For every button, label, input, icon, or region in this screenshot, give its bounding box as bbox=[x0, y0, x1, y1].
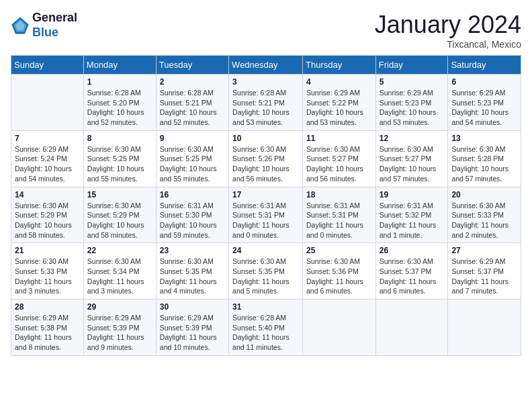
day-info: Sunrise: 6:30 AM Sunset: 5:36 PM Dayligh… bbox=[306, 257, 372, 296]
day-info: Sunrise: 6:31 AM Sunset: 5:31 PM Dayligh… bbox=[232, 201, 299, 240]
day-info: Sunrise: 6:30 AM Sunset: 5:29 PM Dayligh… bbox=[87, 201, 152, 240]
logo: General Blue bbox=[11, 11, 77, 40]
day-info: Sunrise: 6:28 AM Sunset: 5:21 PM Dayligh… bbox=[232, 88, 299, 128]
calendar-cell: 22Sunrise: 6:30 AM Sunset: 5:34 PM Dayli… bbox=[83, 243, 156, 300]
calendar-cell: 18Sunrise: 6:31 AM Sunset: 5:31 PM Dayli… bbox=[303, 187, 376, 243]
day-number: 2 bbox=[160, 77, 225, 87]
calendar-cell: 6Sunrise: 6:29 AM Sunset: 5:23 PM Daylig… bbox=[448, 75, 521, 131]
day-info: Sunrise: 6:30 AM Sunset: 5:26 PM Dayligh… bbox=[232, 144, 299, 184]
calendar-cell: 2Sunrise: 6:28 AM Sunset: 5:21 PM Daylig… bbox=[156, 75, 228, 131]
calendar-cell bbox=[448, 300, 521, 356]
calendar-cell: 25Sunrise: 6:30 AM Sunset: 5:36 PM Dayli… bbox=[303, 243, 376, 300]
calendar-cell: 23Sunrise: 6:30 AM Sunset: 5:35 PM Dayli… bbox=[156, 243, 228, 300]
weekday-header: Monday bbox=[83, 56, 156, 75]
day-info: Sunrise: 6:30 AM Sunset: 5:28 PM Dayligh… bbox=[451, 144, 517, 184]
day-info: Sunrise: 6:29 AM Sunset: 5:39 PM Dayligh… bbox=[87, 313, 152, 353]
day-number: 16 bbox=[160, 190, 225, 199]
day-number: 12 bbox=[380, 134, 445, 143]
weekday-header: Saturday bbox=[448, 56, 521, 75]
day-number: 27 bbox=[451, 246, 517, 255]
calendar-cell: 26Sunrise: 6:30 AM Sunset: 5:37 PM Dayli… bbox=[375, 243, 448, 300]
day-info: Sunrise: 6:29 AM Sunset: 5:39 PM Dayligh… bbox=[160, 313, 225, 353]
calendar-cell: 3Sunrise: 6:28 AM Sunset: 5:21 PM Daylig… bbox=[229, 75, 303, 131]
day-number: 8 bbox=[87, 134, 152, 143]
weekday-header: Sunday bbox=[11, 56, 84, 75]
day-number: 7 bbox=[15, 134, 80, 143]
calendar-week-row: 7Sunrise: 6:29 AM Sunset: 5:24 PM Daylig… bbox=[11, 130, 521, 187]
calendar-week-row: 14Sunrise: 6:30 AM Sunset: 5:29 PM Dayli… bbox=[11, 187, 521, 243]
day-number: 30 bbox=[160, 302, 225, 312]
day-info: Sunrise: 6:29 AM Sunset: 5:23 PM Dayligh… bbox=[380, 88, 445, 128]
logo-line2: Blue bbox=[32, 26, 77, 40]
page-header: General Blue January 2024 Tixcancal, Mex… bbox=[11, 11, 521, 50]
calendar-cell bbox=[11, 75, 84, 131]
calendar-cell bbox=[375, 300, 448, 356]
day-number: 20 bbox=[451, 190, 517, 199]
calendar-cell: 10Sunrise: 6:30 AM Sunset: 5:26 PM Dayli… bbox=[229, 130, 303, 187]
calendar-cell: 16Sunrise: 6:31 AM Sunset: 5:30 PM Dayli… bbox=[156, 187, 228, 243]
calendar-cell: 21Sunrise: 6:30 AM Sunset: 5:33 PM Dayli… bbox=[11, 243, 84, 300]
day-number: 28 bbox=[15, 302, 80, 312]
day-info: Sunrise: 6:29 AM Sunset: 5:38 PM Dayligh… bbox=[15, 313, 80, 353]
calendar-cell: 9Sunrise: 6:30 AM Sunset: 5:25 PM Daylig… bbox=[156, 130, 228, 187]
calendar-cell: 28Sunrise: 6:29 AM Sunset: 5:38 PM Dayli… bbox=[11, 300, 84, 356]
day-number: 9 bbox=[160, 134, 225, 143]
day-number: 14 bbox=[15, 190, 80, 199]
logo-line1: General bbox=[32, 11, 77, 26]
logo-text-block: General Blue bbox=[32, 11, 77, 40]
calendar-cell: 19Sunrise: 6:31 AM Sunset: 5:32 PM Dayli… bbox=[375, 187, 448, 243]
month-title: January 2024 bbox=[375, 11, 521, 39]
day-number: 22 bbox=[87, 246, 152, 255]
day-info: Sunrise: 6:30 AM Sunset: 5:37 PM Dayligh… bbox=[380, 257, 445, 296]
day-number: 26 bbox=[380, 246, 445, 255]
day-info: Sunrise: 6:28 AM Sunset: 5:20 PM Dayligh… bbox=[87, 88, 152, 128]
weekday-header: Tuesday bbox=[156, 56, 228, 75]
calendar-cell: 12Sunrise: 6:30 AM Sunset: 5:27 PM Dayli… bbox=[375, 130, 448, 187]
day-info: Sunrise: 6:31 AM Sunset: 5:30 PM Dayligh… bbox=[160, 201, 225, 240]
calendar-cell: 31Sunrise: 6:28 AM Sunset: 5:40 PM Dayli… bbox=[229, 300, 303, 356]
calendar-cell: 17Sunrise: 6:31 AM Sunset: 5:31 PM Dayli… bbox=[229, 187, 303, 243]
day-info: Sunrise: 6:30 AM Sunset: 5:29 PM Dayligh… bbox=[15, 201, 80, 240]
weekday-header: Wednesday bbox=[229, 56, 303, 75]
day-number: 18 bbox=[306, 190, 372, 199]
calendar-cell: 29Sunrise: 6:29 AM Sunset: 5:39 PM Dayli… bbox=[83, 300, 156, 356]
calendar-cell: 5Sunrise: 6:29 AM Sunset: 5:23 PM Daylig… bbox=[375, 75, 448, 131]
day-number: 15 bbox=[87, 190, 152, 199]
location: Tixcancal, Mexico bbox=[375, 39, 521, 50]
calendar-table: SundayMondayTuesdayWednesdayThursdayFrid… bbox=[11, 55, 521, 356]
calendar-header-row: SundayMondayTuesdayWednesdayThursdayFrid… bbox=[11, 56, 521, 75]
calendar-cell: 11Sunrise: 6:30 AM Sunset: 5:27 PM Dayli… bbox=[303, 130, 376, 187]
day-info: Sunrise: 6:29 AM Sunset: 5:24 PM Dayligh… bbox=[15, 144, 80, 184]
day-info: Sunrise: 6:30 AM Sunset: 5:33 PM Dayligh… bbox=[451, 201, 517, 240]
day-number: 10 bbox=[232, 134, 299, 143]
day-number: 21 bbox=[15, 246, 80, 255]
day-info: Sunrise: 6:30 AM Sunset: 5:35 PM Dayligh… bbox=[232, 257, 299, 296]
day-info: Sunrise: 6:30 AM Sunset: 5:25 PM Dayligh… bbox=[87, 144, 152, 184]
weekday-header: Friday bbox=[375, 56, 448, 75]
day-number: 31 bbox=[232, 302, 299, 312]
day-number: 5 bbox=[380, 77, 445, 87]
day-info: Sunrise: 6:30 AM Sunset: 5:27 PM Dayligh… bbox=[306, 144, 372, 184]
day-info: Sunrise: 6:31 AM Sunset: 5:31 PM Dayligh… bbox=[306, 201, 372, 240]
day-info: Sunrise: 6:29 AM Sunset: 5:22 PM Dayligh… bbox=[306, 88, 372, 128]
day-number: 23 bbox=[160, 246, 225, 255]
day-number: 29 bbox=[87, 302, 152, 312]
day-number: 13 bbox=[451, 134, 517, 143]
day-number: 19 bbox=[380, 190, 445, 199]
calendar-cell: 15Sunrise: 6:30 AM Sunset: 5:29 PM Dayli… bbox=[83, 187, 156, 243]
calendar-cell: 20Sunrise: 6:30 AM Sunset: 5:33 PM Dayli… bbox=[448, 187, 521, 243]
calendar-cell bbox=[303, 300, 376, 356]
day-info: Sunrise: 6:30 AM Sunset: 5:27 PM Dayligh… bbox=[380, 144, 445, 184]
day-info: Sunrise: 6:30 AM Sunset: 5:25 PM Dayligh… bbox=[160, 144, 225, 184]
calendar-week-row: 1Sunrise: 6:28 AM Sunset: 5:20 PM Daylig… bbox=[11, 75, 521, 131]
calendar-cell: 8Sunrise: 6:30 AM Sunset: 5:25 PM Daylig… bbox=[83, 130, 156, 187]
calendar-cell: 30Sunrise: 6:29 AM Sunset: 5:39 PM Dayli… bbox=[156, 300, 228, 356]
day-number: 4 bbox=[306, 77, 372, 87]
calendar-week-row: 28Sunrise: 6:29 AM Sunset: 5:38 PM Dayli… bbox=[11, 300, 521, 356]
day-number: 17 bbox=[232, 190, 299, 199]
day-number: 6 bbox=[451, 77, 517, 87]
day-number: 3 bbox=[232, 77, 299, 87]
weekday-header: Thursday bbox=[303, 56, 376, 75]
day-number: 25 bbox=[306, 246, 372, 255]
calendar-cell: 7Sunrise: 6:29 AM Sunset: 5:24 PM Daylig… bbox=[11, 130, 84, 187]
